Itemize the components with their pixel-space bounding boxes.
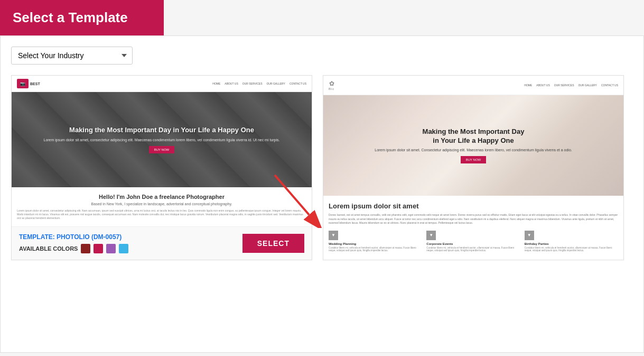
- mini-hero-subtitle-1: Lorem ipsum dolor sit amet, consectetur …: [43, 138, 279, 142]
- mini-hero-btn-1: BUY NOW: [149, 146, 175, 153]
- template-info-1: TEMPLATE: PHOTOLIO (DM-0057) AVAILABLE C…: [19, 233, 128, 253]
- mini-hero-2: Making the Most Important Dayin Your Lif…: [323, 95, 623, 196]
- mini-hero-btn-2: BUY NOW: [461, 156, 487, 163]
- mini-content-1: Hello! I'm John Doe a freelance Photogra…: [12, 187, 312, 226]
- nav-link-about-1: ABOUT US: [225, 82, 238, 85]
- mini-hero-1: Making the Most Important Day in Your Li…: [12, 92, 312, 187]
- logo-text-1: BEST: [30, 82, 40, 86]
- mini-logo-2: ✿ Bic: [329, 80, 334, 90]
- nav-link-gallery-2: OUR GALLERY: [578, 84, 596, 87]
- service-title-1: Wedding Planning: [329, 242, 422, 245]
- main-container: Select Your Industry Photography Events …: [0, 35, 644, 353]
- mini-nav-1: 📷 BEST HOME ABOUT US OUR SERVICES OUR GA…: [12, 76, 312, 92]
- template-name-1: TEMPLATE: PHOTOLIO (DM-0057): [19, 233, 128, 241]
- mini-hero-title-1: Making the Most Important Day in Your Li…: [69, 126, 254, 135]
- service-body-3: Curabitur libero mi, vehicula et hendrer…: [525, 247, 618, 253]
- mini-hero-title-2: Making the Most Important Dayin Your Lif…: [423, 127, 525, 145]
- template-preview-2: ✿ Bic HOME ABOUT US OUR SERVICES OUR GAL…: [323, 76, 623, 259]
- mini-lorem-title: Lorem ipsum dolor sit amet: [329, 202, 618, 210]
- color-swatch-blue[interactable]: [119, 244, 128, 253]
- nav-link-contact-1: CONTACT US: [290, 82, 306, 85]
- mini-logo-1: 📷 BEST: [17, 79, 40, 88]
- nav-link-gallery-1: OUR GALLERY: [266, 82, 285, 85]
- select-button-1[interactable]: SELECT: [242, 234, 304, 253]
- service-title-3: Birthday Parties: [525, 242, 618, 245]
- colors-label-1: AVAILABLE COLORS: [19, 245, 78, 252]
- service-item-2: ▼ Corporate Events Curabitur libero mi, …: [426, 231, 520, 253]
- colors-row-1: AVAILABLE COLORS: [19, 244, 128, 253]
- header-bar: Select a Template: [0, 0, 164, 35]
- service-item-1: ▼ Wedding Planning Curabitur libero mi, …: [329, 231, 422, 253]
- service-icon-3: ▼: [525, 231, 534, 240]
- industry-select[interactable]: Select Your Industry Photography Events …: [11, 47, 133, 65]
- template-footer-1: TEMPLATE: PHOTOLIO (DM-0057) AVAILABLE C…: [12, 226, 312, 260]
- mini-content-body-1: Lorem ipsum dolor sit amet, consectetur …: [17, 209, 306, 220]
- mini-content-2: Lorem ipsum dolor sit amet Donec laoreet…: [323, 196, 623, 259]
- nav-link-about-2: ABOUT US: [536, 84, 549, 87]
- service-body-1: Curabitur libero mi, vehicula et hendrer…: [329, 247, 422, 253]
- mini-services: ▼ Wedding Planning Curabitur libero mi, …: [329, 231, 618, 253]
- service-title-2: Corporate Events: [426, 242, 520, 245]
- service-icon-1: ▼: [329, 231, 338, 240]
- mini-content-title-1: Hello! I'm John Doe a freelance Photogra…: [17, 194, 306, 200]
- mini-nav-links-1: HOME ABOUT US OUR SERVICES OUR GALLERY C…: [212, 82, 306, 85]
- service-body-2: Curabitur libero mi, vehicula et hendrer…: [426, 247, 520, 253]
- nav-link-services-1: OUR SERVICES: [242, 82, 263, 85]
- nav-link-home-1: HOME: [212, 82, 220, 85]
- mini-nav-2: ✿ Bic HOME ABOUT US OUR SERVICES OUR GAL…: [323, 76, 623, 95]
- mini-hero-subtitle-2: Lorem ipsum dolor sit amet. Consectetur …: [375, 148, 572, 152]
- mini-lorem-body: Donec laoreet, est sit amet tempus conva…: [329, 213, 618, 225]
- template-card-1: 📷 BEST HOME ABOUT US OUR SERVICES OUR GA…: [11, 75, 312, 260]
- logo-icon-1: 📷: [17, 79, 29, 88]
- template-name-plain: TEMPLATE:: [19, 233, 57, 241]
- template-preview-1: 📷 BEST HOME ABOUT US OUR SERVICES OUR GA…: [12, 76, 312, 226]
- templates-grid: 📷 BEST HOME ABOUT US OUR SERVICES OUR GA…: [11, 75, 633, 260]
- service-item-3: ▼ Birthday Parties Curabitur libero mi, …: [525, 231, 618, 253]
- mini-nav-links-2: HOME ABOUT US OUR SERVICES OUR GALLERY C…: [524, 84, 618, 87]
- template-card-2: ✿ Bic HOME ABOUT US OUR SERVICES OUR GAL…: [323, 75, 624, 260]
- color-swatch-purple[interactable]: [106, 244, 116, 253]
- page-title: Select a Template: [13, 10, 151, 26]
- nav-link-home-2: HOME: [524, 84, 532, 87]
- nav-link-services-2: OUR SERVICES: [554, 84, 574, 87]
- service-icon-2: ▼: [426, 231, 436, 240]
- template-name-highlight: PHOTOLIO (DM-0057): [57, 233, 122, 241]
- mini-content-subtitle-1: Based in New York, I specialize in lands…: [17, 202, 306, 206]
- nav-link-contact-2: CONTACT US: [601, 84, 618, 87]
- industry-select-wrapper: Select Your Industry Photography Events …: [11, 47, 633, 65]
- color-swatch-red[interactable]: [94, 244, 103, 253]
- color-swatch-brown[interactable]: [81, 244, 90, 253]
